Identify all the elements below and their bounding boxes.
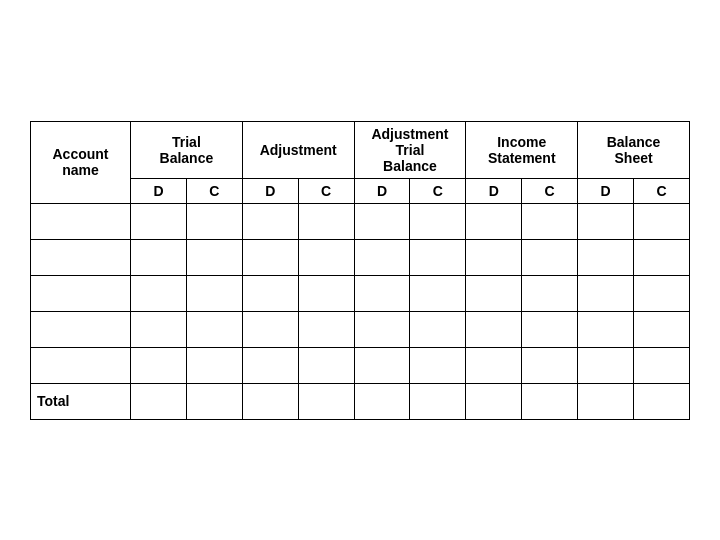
- income-statement-header: Income Statement: [466, 121, 578, 178]
- row4-adj-c[interactable]: [298, 311, 354, 347]
- row2-bal-c[interactable]: [634, 239, 690, 275]
- row3-atb-c[interactable]: [410, 275, 466, 311]
- total-atb-d[interactable]: [354, 383, 410, 419]
- total-row: Total: [31, 383, 690, 419]
- row5-bal-d[interactable]: [578, 347, 634, 383]
- trial-balance-c-header: C: [186, 178, 242, 203]
- total-adj-c[interactable]: [298, 383, 354, 419]
- atb-c-header: C: [410, 178, 466, 203]
- trial-balance-d-header: D: [131, 178, 187, 203]
- row5-account[interactable]: [31, 347, 131, 383]
- row2-tb-c[interactable]: [186, 239, 242, 275]
- total-bal-c[interactable]: [634, 383, 690, 419]
- row2-atb-d[interactable]: [354, 239, 410, 275]
- worksheet-container: Account name Trial Balance Adjustment Ad…: [30, 121, 690, 420]
- total-label: Total: [31, 383, 131, 419]
- row1-tb-c[interactable]: [186, 203, 242, 239]
- income-c-header: C: [522, 178, 578, 203]
- row5-inc-d[interactable]: [466, 347, 522, 383]
- row1-bal-d[interactable]: [578, 203, 634, 239]
- balance-c-header: C: [634, 178, 690, 203]
- total-tb-c[interactable]: [186, 383, 242, 419]
- row2-atb-c[interactable]: [410, 239, 466, 275]
- table-row: [31, 347, 690, 383]
- row5-tb-d[interactable]: [131, 347, 187, 383]
- row4-atb-c[interactable]: [410, 311, 466, 347]
- row2-bal-d[interactable]: [578, 239, 634, 275]
- total-tb-d[interactable]: [131, 383, 187, 419]
- row2-adj-d[interactable]: [242, 239, 298, 275]
- row1-account[interactable]: [31, 203, 131, 239]
- total-adj-d[interactable]: [242, 383, 298, 419]
- row4-tb-d[interactable]: [131, 311, 187, 347]
- row5-adj-c[interactable]: [298, 347, 354, 383]
- atb-d-header: D: [354, 178, 410, 203]
- income-d-header: D: [466, 178, 522, 203]
- row4-inc-d[interactable]: [466, 311, 522, 347]
- adjustment-trial-balance-header: Adjustment Trial Balance: [354, 121, 466, 178]
- adjustment-c-header: C: [298, 178, 354, 203]
- row1-adj-c[interactable]: [298, 203, 354, 239]
- balance-sheet-header: Balance Sheet: [578, 121, 690, 178]
- row3-atb-d[interactable]: [354, 275, 410, 311]
- row1-adj-d[interactable]: [242, 203, 298, 239]
- row4-tb-c[interactable]: [186, 311, 242, 347]
- row3-account[interactable]: [31, 275, 131, 311]
- row2-inc-c[interactable]: [522, 239, 578, 275]
- row2-account[interactable]: [31, 239, 131, 275]
- row1-atb-d[interactable]: [354, 203, 410, 239]
- row2-tb-d[interactable]: [131, 239, 187, 275]
- row4-adj-d[interactable]: [242, 311, 298, 347]
- trial-balance-header: Trial Balance: [131, 121, 243, 178]
- total-atb-c[interactable]: [410, 383, 466, 419]
- row5-inc-c[interactable]: [522, 347, 578, 383]
- row4-account[interactable]: [31, 311, 131, 347]
- row4-inc-c[interactable]: [522, 311, 578, 347]
- account-name-header: Account name: [31, 121, 131, 203]
- row1-tb-d[interactable]: [131, 203, 187, 239]
- row1-inc-c[interactable]: [522, 203, 578, 239]
- adjustment-d-header: D: [242, 178, 298, 203]
- row5-bal-c[interactable]: [634, 347, 690, 383]
- row2-inc-d[interactable]: [466, 239, 522, 275]
- row3-inc-d[interactable]: [466, 275, 522, 311]
- row2-adj-c[interactable]: [298, 239, 354, 275]
- row5-adj-d[interactable]: [242, 347, 298, 383]
- table-row: [31, 275, 690, 311]
- row4-bal-c[interactable]: [634, 311, 690, 347]
- row3-adj-d[interactable]: [242, 275, 298, 311]
- row5-atb-d[interactable]: [354, 347, 410, 383]
- row1-atb-c[interactable]: [410, 203, 466, 239]
- row3-bal-d[interactable]: [578, 275, 634, 311]
- row1-bal-c[interactable]: [634, 203, 690, 239]
- adjustment-header: Adjustment: [242, 121, 354, 178]
- row3-adj-c[interactable]: [298, 275, 354, 311]
- row4-atb-d[interactable]: [354, 311, 410, 347]
- balance-d-header: D: [578, 178, 634, 203]
- row3-tb-c[interactable]: [186, 275, 242, 311]
- row4-bal-d[interactable]: [578, 311, 634, 347]
- row1-inc-d[interactable]: [466, 203, 522, 239]
- accounting-worksheet-table: Account name Trial Balance Adjustment Ad…: [30, 121, 690, 420]
- table-row: [31, 203, 690, 239]
- row5-tb-c[interactable]: [186, 347, 242, 383]
- total-bal-d[interactable]: [578, 383, 634, 419]
- total-inc-d[interactable]: [466, 383, 522, 419]
- total-inc-c[interactable]: [522, 383, 578, 419]
- row3-inc-c[interactable]: [522, 275, 578, 311]
- row3-bal-c[interactable]: [634, 275, 690, 311]
- row5-atb-c[interactable]: [410, 347, 466, 383]
- table-row: [31, 311, 690, 347]
- table-row: [31, 239, 690, 275]
- row3-tb-d[interactable]: [131, 275, 187, 311]
